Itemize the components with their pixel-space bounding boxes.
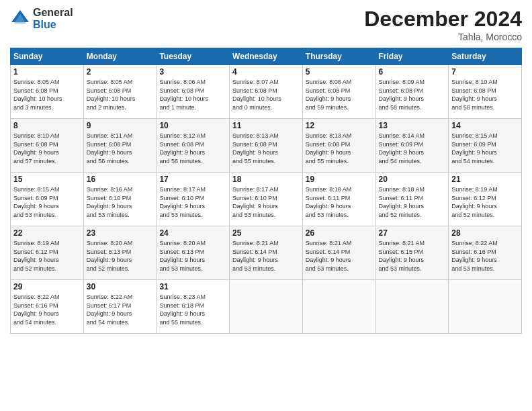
calendar-cell: 18Sunrise: 8:17 AM Sunset: 6:10 PM Dayli…: [230, 173, 303, 226]
page: General Blue December 2024 Tahla, Morocc…: [0, 0, 532, 411]
calendar-week-4: 22Sunrise: 8:19 AM Sunset: 6:12 PM Dayli…: [11, 226, 522, 280]
calendar-header-wednesday: Wednesday: [230, 48, 303, 65]
calendar-cell: 1Sunrise: 8:05 AM Sunset: 6:08 PM Daylig…: [11, 65, 84, 119]
calendar-cell: 13Sunrise: 8:14 AM Sunset: 6:09 PM Dayli…: [375, 119, 449, 173]
day-info: Sunrise: 8:19 AM Sunset: 6:12 PM Dayligh…: [13, 239, 81, 273]
calendar-cell: 30Sunrise: 8:22 AM Sunset: 6:17 PM Dayli…: [83, 280, 157, 334]
calendar-cell: 23Sunrise: 8:20 AM Sunset: 6:13 PM Dayli…: [83, 226, 157, 280]
day-number: 12: [306, 121, 373, 130]
day-info: Sunrise: 8:15 AM Sunset: 6:09 PM Dayligh…: [451, 132, 519, 165]
calendar-cell: 4Sunrise: 8:07 AM Sunset: 6:08 PM Daylig…: [230, 65, 303, 119]
day-info: Sunrise: 8:06 AM Sunset: 6:08 PM Dayligh…: [159, 78, 226, 111]
day-number: 13: [379, 121, 446, 130]
day-number: 4: [232, 67, 300, 77]
day-number: 22: [13, 228, 81, 238]
calendar-week-1: 1Sunrise: 8:05 AM Sunset: 6:08 PM Daylig…: [11, 65, 522, 119]
day-info: Sunrise: 8:21 AM Sunset: 6:14 PM Dayligh…: [306, 239, 373, 273]
calendar-cell: [375, 280, 449, 334]
calendar-cell: 8Sunrise: 8:10 AM Sunset: 6:08 PM Daylig…: [11, 119, 84, 173]
calendar-header-sunday: Sunday: [11, 48, 84, 65]
day-info: Sunrise: 8:09 AM Sunset: 6:08 PM Dayligh…: [379, 78, 446, 111]
calendar-header-row: SundayMondayTuesdayWednesdayThursdayFrid…: [11, 48, 522, 65]
calendar-cell: 27Sunrise: 8:21 AM Sunset: 6:15 PM Dayli…: [375, 226, 449, 280]
calendar-cell: 19Sunrise: 8:18 AM Sunset: 6:11 PM Dayli…: [302, 173, 375, 226]
day-number: 24: [159, 228, 226, 238]
day-number: 11: [232, 121, 300, 130]
calendar-cell: 16Sunrise: 8:16 AM Sunset: 6:10 PM Dayli…: [83, 173, 157, 226]
day-info: Sunrise: 8:10 AM Sunset: 6:08 PM Dayligh…: [13, 132, 81, 165]
calendar-cell: 29Sunrise: 8:22 AM Sunset: 6:16 PM Dayli…: [11, 280, 84, 334]
day-number: 7: [451, 67, 519, 77]
day-number: 29: [13, 282, 81, 291]
day-number: 5: [306, 67, 373, 77]
day-info: Sunrise: 8:20 AM Sunset: 6:13 PM Dayligh…: [87, 239, 154, 273]
day-info: Sunrise: 8:12 AM Sunset: 6:08 PM Dayligh…: [159, 132, 226, 165]
day-number: 8: [13, 121, 81, 130]
calendar-cell: 25Sunrise: 8:21 AM Sunset: 6:14 PM Dayli…: [230, 226, 303, 280]
calendar-cell: [449, 280, 522, 334]
calendar-cell: [302, 280, 375, 334]
calendar-week-2: 8Sunrise: 8:10 AM Sunset: 6:08 PM Daylig…: [11, 119, 522, 173]
day-info: Sunrise: 8:10 AM Sunset: 6:08 PM Dayligh…: [451, 78, 519, 111]
day-info: Sunrise: 8:22 AM Sunset: 6:17 PM Dayligh…: [87, 293, 154, 326]
day-number: 15: [13, 175, 81, 184]
day-info: Sunrise: 8:22 AM Sunset: 6:16 PM Dayligh…: [451, 239, 519, 273]
day-info: Sunrise: 8:15 AM Sunset: 6:09 PM Dayligh…: [13, 185, 81, 219]
calendar-header-tuesday: Tuesday: [157, 48, 230, 65]
title-block: December 2024 Tahla, Morocco: [364, 7, 522, 42]
calendar-cell: 3Sunrise: 8:06 AM Sunset: 6:08 PM Daylig…: [157, 65, 230, 119]
calendar-cell: 17Sunrise: 8:17 AM Sunset: 6:10 PM Dayli…: [157, 173, 230, 226]
day-number: 25: [232, 228, 300, 238]
day-number: 17: [159, 175, 226, 184]
day-number: 31: [159, 282, 226, 291]
day-info: Sunrise: 8:18 AM Sunset: 6:11 PM Dayligh…: [379, 185, 446, 219]
day-info: Sunrise: 8:17 AM Sunset: 6:10 PM Dayligh…: [159, 185, 226, 219]
calendar-week-5: 29Sunrise: 8:22 AM Sunset: 6:16 PM Dayli…: [11, 280, 522, 334]
calendar-cell: 2Sunrise: 8:05 AM Sunset: 6:08 PM Daylig…: [83, 65, 157, 119]
calendar-cell: 21Sunrise: 8:19 AM Sunset: 6:12 PM Dayli…: [449, 173, 522, 226]
calendar-cell: 15Sunrise: 8:15 AM Sunset: 6:09 PM Dayli…: [11, 173, 84, 226]
day-number: 18: [232, 175, 300, 184]
day-number: 1: [13, 67, 81, 77]
calendar-cell: 12Sunrise: 8:13 AM Sunset: 6:08 PM Dayli…: [302, 119, 375, 173]
calendar-cell: 28Sunrise: 8:22 AM Sunset: 6:16 PM Dayli…: [449, 226, 522, 280]
day-info: Sunrise: 8:16 AM Sunset: 6:10 PM Dayligh…: [87, 185, 154, 219]
day-info: Sunrise: 8:17 AM Sunset: 6:10 PM Dayligh…: [232, 185, 300, 219]
calendar-cell: 6Sunrise: 8:09 AM Sunset: 6:08 PM Daylig…: [375, 65, 449, 119]
calendar-week-3: 15Sunrise: 8:15 AM Sunset: 6:09 PM Dayli…: [11, 173, 522, 226]
calendar-cell: 31Sunrise: 8:23 AM Sunset: 6:18 PM Dayli…: [157, 280, 230, 334]
month-title: December 2024: [364, 7, 522, 32]
day-info: Sunrise: 8:05 AM Sunset: 6:08 PM Dayligh…: [87, 78, 154, 111]
day-info: Sunrise: 8:23 AM Sunset: 6:18 PM Dayligh…: [159, 293, 226, 326]
calendar-cell: 10Sunrise: 8:12 AM Sunset: 6:08 PM Dayli…: [157, 119, 230, 173]
calendar-cell: 26Sunrise: 8:21 AM Sunset: 6:14 PM Dayli…: [302, 226, 375, 280]
day-info: Sunrise: 8:19 AM Sunset: 6:12 PM Dayligh…: [451, 185, 519, 219]
day-number: 27: [379, 228, 446, 238]
day-number: 10: [159, 121, 226, 130]
calendar-cell: 11Sunrise: 8:13 AM Sunset: 6:08 PM Dayli…: [230, 119, 303, 173]
calendar-header-saturday: Saturday: [449, 48, 522, 65]
day-info: Sunrise: 8:13 AM Sunset: 6:08 PM Dayligh…: [232, 132, 300, 165]
calendar-header-friday: Friday: [375, 48, 449, 65]
calendar-cell: 24Sunrise: 8:20 AM Sunset: 6:13 PM Dayli…: [157, 226, 230, 280]
day-number: 9: [87, 121, 154, 130]
day-info: Sunrise: 8:13 AM Sunset: 6:08 PM Dayligh…: [306, 132, 373, 165]
day-info: Sunrise: 8:22 AM Sunset: 6:16 PM Dayligh…: [13, 293, 81, 326]
calendar-cell: [230, 280, 303, 334]
calendar-cell: 20Sunrise: 8:18 AM Sunset: 6:11 PM Dayli…: [375, 173, 449, 226]
day-number: 19: [306, 175, 373, 184]
day-info: Sunrise: 8:07 AM Sunset: 6:08 PM Dayligh…: [232, 78, 300, 111]
day-number: 2: [87, 67, 154, 77]
calendar-header-thursday: Thursday: [302, 48, 375, 65]
logo: General Blue: [10, 7, 73, 30]
day-info: Sunrise: 8:18 AM Sunset: 6:11 PM Dayligh…: [306, 185, 373, 219]
day-number: 30: [87, 282, 154, 291]
day-number: 14: [451, 121, 519, 130]
day-number: 23: [87, 228, 154, 238]
calendar-cell: 14Sunrise: 8:15 AM Sunset: 6:09 PM Dayli…: [449, 119, 522, 173]
day-info: Sunrise: 8:11 AM Sunset: 6:08 PM Dayligh…: [87, 132, 154, 165]
day-number: 6: [379, 67, 446, 77]
logo-icon: [10, 9, 30, 29]
logo-general-text: General: [33, 7, 73, 19]
day-info: Sunrise: 8:08 AM Sunset: 6:08 PM Dayligh…: [306, 78, 373, 111]
